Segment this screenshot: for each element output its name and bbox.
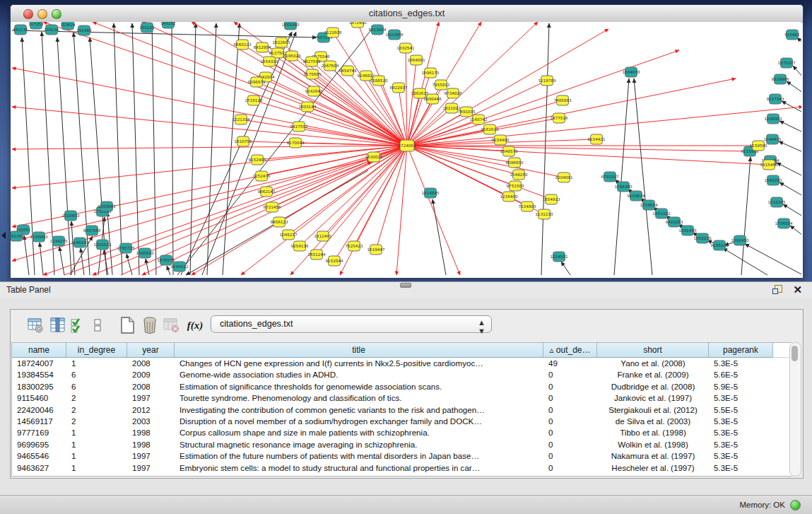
network-node[interactable]: 1131230 [536,209,553,219]
network-node[interactable]: 8990448 [424,94,442,104]
network-node[interactable]: 1653210 [694,233,712,243]
network-node[interactable]: 1091450 [679,226,697,235]
network-node[interactable]: 1921858 [386,30,404,40]
network-window[interactable]: citations_edges.txt 98313610725320913615… [10,4,804,279]
network-node[interactable]: 8454749 [339,66,357,76]
network-node[interactable]: 2204091 [555,173,573,182]
table-row[interactable]: 946362711997Embryonic stem cells: a mode… [12,462,792,474]
column-header-pagerank[interactable]: pagerank [709,343,773,358]
column-header-title[interactable]: title [175,343,543,358]
network-node[interactable]: 1603380 [282,22,300,30]
network-node[interactable]: 6734028 [445,88,462,98]
network-node[interactable]: 1045217 [280,230,298,240]
network-node[interactable]: 7224900 [519,201,536,211]
network-node[interactable]: 1234275 [50,236,68,246]
network-node[interactable]: 915462 [784,30,799,40]
network-node[interactable]: 9227343 [767,94,784,104]
table-row[interactable]: 977716911998Corpus callosum shape and si… [12,427,792,438]
network-node[interactable]: 1619447 [367,245,385,255]
table-row[interactable]: 2242004622012Investigating the contribut… [12,404,792,416]
table-row[interactable]: 1872400712008Changes of HCN gene express… [12,358,792,369]
network-node[interactable]: 9397568 [83,226,101,235]
column-settings-icon[interactable] [47,315,69,336]
network-node[interactable]: 1664878 [623,67,640,77]
table-row[interactable]: 1456911722003Disruption of a novel membe… [12,416,792,427]
network-node[interactable]: 7955812 [433,80,450,90]
network-node[interactable]: 9152405 [249,155,266,165]
network-node[interactable]: 1678275 [158,255,175,265]
network-node[interactable]: 2803144 [299,102,317,112]
column-header-year[interactable]: year [127,343,175,358]
column-header-out_de[interactable]: ▵ out_de… [543,343,597,358]
panel-collapse-handle[interactable] [1,232,6,239]
select-all-icon[interactable] [67,315,88,336]
network-node[interactable]: 2718120 [245,95,263,105]
network-node[interactable]: 1514545 [422,188,440,198]
network-node[interactable]: 1695810 [136,248,154,258]
table-row[interactable]: 946554611997Estimation of the future num… [12,450,792,462]
unselect-all-icon[interactable] [87,315,108,336]
network-node[interactable]: 9154421 [588,134,606,144]
network-node[interactable]: 2020653 [62,211,80,221]
network-node[interactable]: 9154490 [492,135,510,145]
splitter-grip[interactable] [400,283,411,288]
new-document-icon[interactable] [117,315,138,336]
network-node[interactable]: 1549250 [510,170,528,180]
vertical-scrollbar[interactable] [789,342,801,477]
network-node[interactable]: 1159580 [750,141,767,151]
delete-icon[interactable] [139,315,160,336]
table-row[interactable]: 1830029562008Estimation of significance … [12,381,792,392]
network-node[interactable]: 983136 [13,25,28,35]
table-settings-icon[interactable] [25,315,46,336]
network-node[interactable]: 8660123 [234,40,252,49]
network-node[interactable]: 1854913 [543,194,560,204]
network-node[interactable]: 107253 [28,22,44,29]
close-panel-icon[interactable]: ✕ [793,284,802,296]
network-node[interactable]: 9254136 [291,241,309,251]
network-node[interactable]: 165231 [139,23,155,33]
network-node[interactable]: 1849570 [500,146,518,156]
network-node[interactable]: 9152044 [326,256,343,266]
network-node[interactable]: 1724061 [399,140,416,151]
network-node[interactable]: 9161620 [481,124,499,134]
network-node[interactable]: 9751500 [507,181,524,191]
network-node[interactable]: 8813054 [369,25,387,35]
network-node[interactable]: 209136 [44,25,59,35]
network-node[interactable]: 8096650 [506,158,524,168]
network-node[interactable]: 1795725 [117,243,135,253]
network-node[interactable]: 1160742 [470,115,488,124]
function-builder-icon[interactable]: f(x) [184,315,206,336]
window-titlebar[interactable]: citations_edges.txt [11,5,803,23]
network-node[interactable]: 1096360 [615,182,632,192]
memory-status-icon[interactable] [790,500,801,510]
network-node[interactable]: 1864091 [408,55,425,65]
network-node[interactable]: 1210345 [768,197,786,207]
column-header-short[interactable]: short [597,343,709,358]
network-node[interactable]: 7485083 [554,95,572,105]
network-node[interactable]: 391391 [11,231,24,241]
network-node[interactable]: 1810755 [235,136,252,146]
network-node[interactable]: 9156230 [711,240,729,250]
network-node[interactable]: 1653322 [653,209,671,218]
network-canvas[interactable]: 9831361072532091361536241914501652311402… [11,22,801,276]
network-node[interactable]: 1219789 [539,76,556,86]
table-row[interactable]: 1938455462009Genome-wide association stu… [12,369,792,380]
network-node[interactable]: 1244415 [764,134,782,144]
network-node[interactable]: 9329966 [772,74,789,84]
network-node[interactable]: 1092450 [731,235,749,245]
network-node[interactable]: 1024501 [551,252,568,262]
table-row[interactable]: 911546021997Tourette syndrome. Phenomeno… [12,392,792,404]
network-node[interactable]: 1122608 [324,28,342,37]
table-selector-dropdown[interactable]: citations_edges.txt ▲▼ [211,315,492,333]
network-node[interactable]: 1696175 [422,68,440,78]
network-node[interactable]: 6791917 [601,172,619,182]
network-node[interactable]: 1350685 [98,201,116,211]
network-node[interactable]: 1588520 [370,76,388,86]
network-node[interactable]: 1704554 [775,218,793,228]
network-node[interactable]: 2367608 [322,61,339,71]
network-node[interactable]: 1822605 [273,37,290,47]
network-node[interactable]: 9153624 [628,191,645,201]
network-node[interactable]: 9427552 [290,122,308,132]
network-node[interactable]: 8822037 [390,83,408,93]
network-node[interactable]: 1569293 [765,175,782,185]
